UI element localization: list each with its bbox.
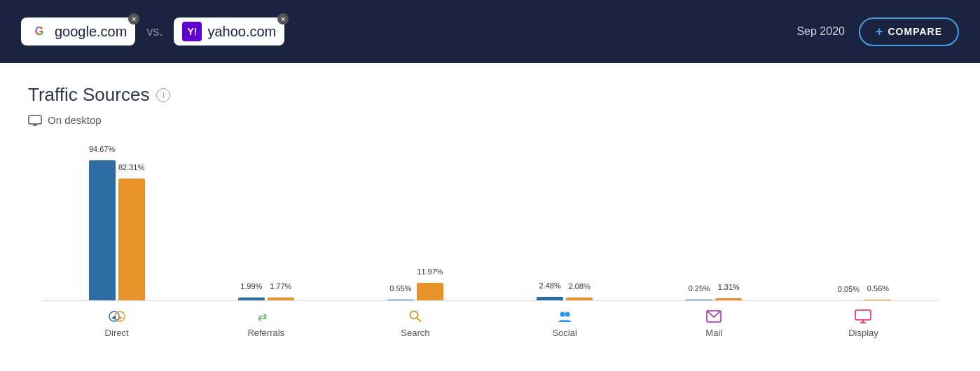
bar-yahoo-mail[interactable]: 1.31% xyxy=(715,298,742,300)
bar-google-direct[interactable]: 94.67% xyxy=(89,160,116,300)
header-sites: ✕ G google.com vs. ✕ Y! yahoo.com xyxy=(21,18,284,46)
device-label: On desktop xyxy=(28,114,952,126)
category-group-mail: 0.25%1.31% xyxy=(640,298,789,300)
bar-label-yahoo-search: 11.97% xyxy=(417,267,443,276)
x-category-display[interactable]: Display xyxy=(789,308,938,338)
category-group-search: 0.55%11.97% xyxy=(340,283,490,300)
category-group-social: 2.48%2.08% xyxy=(490,297,640,300)
bar-google-mail[interactable]: 0.25% xyxy=(686,300,712,300)
category-group-direct: 94.67%82.31% xyxy=(42,160,191,300)
category-group-referrals: 1.99%1.77% xyxy=(191,298,340,300)
bar-yahoo-search[interactable]: 11.97% xyxy=(417,283,443,300)
x-label-display: Display xyxy=(848,328,878,338)
bar-label-google-referrals: 1.99% xyxy=(240,282,262,290)
bars-pair-display: 0.05%0.56% xyxy=(835,300,891,300)
x-category-mail[interactable]: Mail xyxy=(640,308,789,338)
bar-label-yahoo-mail: 1.31% xyxy=(718,283,740,291)
x-label-referrals: Referrals xyxy=(247,328,284,338)
social-icon xyxy=(556,308,573,325)
bar-google-search[interactable]: 0.55% xyxy=(387,300,414,300)
site1-chip[interactable]: ✕ G google.com xyxy=(21,18,135,46)
bar-label-google-search: 0.55% xyxy=(389,284,411,293)
bar-yahoo-display[interactable]: 0.56% xyxy=(864,300,891,300)
bar-label-yahoo-direct: 82.31% xyxy=(118,163,144,172)
bar-label-google-social: 2.48% xyxy=(539,281,560,290)
bar-google-referrals[interactable]: 1.99% xyxy=(238,298,265,300)
compare-label: COMPARE xyxy=(888,26,942,37)
main-content: Traffic Sources i On desktop 94.67%82.31… xyxy=(0,63,980,371)
x-category-referrals[interactable]: ⇄Referrals xyxy=(191,308,340,338)
bars-container: 94.67%82.31%1.99%1.77%0.55%11.97%2.48%2.… xyxy=(42,147,938,301)
x-category-search[interactable]: Search xyxy=(340,308,490,338)
bars-pair-referrals: 1.99%1.77% xyxy=(238,298,294,300)
svg-text:⇄: ⇄ xyxy=(258,311,267,323)
bars-pair-social: 2.48%2.08% xyxy=(537,297,593,300)
bars-pair-mail: 0.25%1.31% xyxy=(686,298,742,300)
chart-area: 94.67%82.31%1.99%1.77%0.55%11.97%2.48%2.… xyxy=(42,147,938,357)
yahoo-logo: Y! xyxy=(182,22,202,41)
x-category-social[interactable]: Social xyxy=(490,308,640,338)
x-label-search: Search xyxy=(401,328,429,338)
bar-yahoo-referrals[interactable]: 1.77% xyxy=(268,298,294,300)
bar-label-yahoo-referrals: 1.77% xyxy=(270,282,291,290)
x-axis: ◀▶Direct⇄ReferralsSearchSocialMailDispla… xyxy=(42,308,938,338)
display-icon xyxy=(855,308,871,325)
bar-yahoo-direct[interactable]: 82.31% xyxy=(118,178,145,300)
svg-rect-0 xyxy=(29,115,41,124)
bar-google-social[interactable]: 2.48% xyxy=(537,297,563,300)
bar-label-google-mail: 0.25% xyxy=(689,284,710,293)
info-icon[interactable]: i xyxy=(156,88,170,102)
direct-icon: ◀▶ xyxy=(106,308,128,325)
x-category-direct[interactable]: ◀▶Direct xyxy=(42,308,191,338)
x-label-direct: Direct xyxy=(105,328,129,338)
referrals-icon: ⇄ xyxy=(258,308,275,325)
bar-label-yahoo-display: 0.56% xyxy=(867,284,889,293)
site2-close-icon[interactable]: ✕ xyxy=(277,13,289,24)
svg-text:◀: ◀ xyxy=(111,314,116,321)
monitor-icon xyxy=(28,115,42,126)
header: ✕ G google.com vs. ✕ Y! yahoo.com Sep 20… xyxy=(0,0,980,63)
site2-chip[interactable]: ✕ Y! yahoo.com xyxy=(174,18,284,46)
site2-name: yahoo.com xyxy=(207,24,276,40)
x-label-social: Social xyxy=(552,328,577,338)
bar-yahoo-social[interactable]: 2.08% xyxy=(566,298,593,300)
x-label-mail: Mail xyxy=(705,328,722,338)
bars-pair-direct: 94.67%82.31% xyxy=(89,160,145,300)
site1-name: google.com xyxy=(55,24,127,40)
date-range: Sep 2020 xyxy=(796,25,845,38)
bar-label-google-direct: 94.67% xyxy=(89,145,115,153)
category-group-display: 0.05%0.56% xyxy=(789,300,938,300)
svg-point-10 xyxy=(560,312,565,317)
header-actions: Sep 2020 + COMPARE xyxy=(796,18,959,46)
svg-rect-13 xyxy=(855,310,871,320)
bar-label-google-display: 0.05% xyxy=(838,285,860,293)
google-g-icon: G xyxy=(35,25,43,38)
svg-line-9 xyxy=(417,318,420,321)
plus-icon: + xyxy=(876,24,884,39)
vs-label: vs. xyxy=(146,24,163,39)
section-title-text: Traffic Sources xyxy=(28,84,149,106)
bars-pair-search: 0.55%11.97% xyxy=(387,283,443,300)
bar-label-yahoo-social: 2.08% xyxy=(568,282,590,290)
site1-close-icon[interactable]: ✕ xyxy=(128,13,139,24)
section-header: Traffic Sources i xyxy=(28,84,952,106)
svg-point-11 xyxy=(565,312,570,317)
compare-button[interactable]: + COMPARE xyxy=(859,18,959,46)
mail-icon xyxy=(706,308,722,325)
device-text: On desktop xyxy=(48,114,102,126)
yahoo-y-icon: Y! xyxy=(187,26,197,37)
svg-text:▶: ▶ xyxy=(118,314,123,321)
search-icon xyxy=(408,308,422,325)
google-logo: G xyxy=(29,22,49,41)
